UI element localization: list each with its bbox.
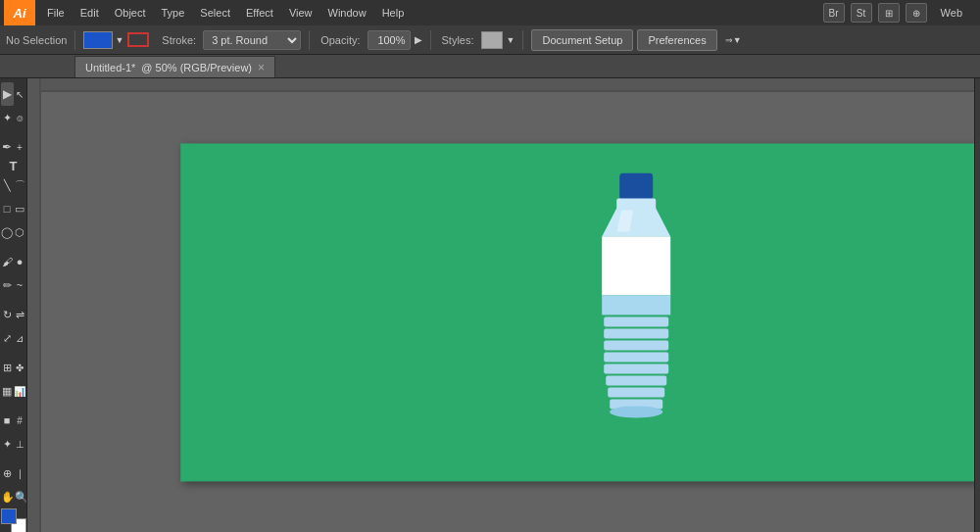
type-tool[interactable]: T	[1, 159, 26, 173]
puppet-warp-tool[interactable]: ✤	[14, 356, 26, 379]
stroke-indicator[interactable]	[127, 31, 153, 49]
ruler-h-svg	[27, 78, 974, 92]
data-tool[interactable]: 📊	[14, 379, 26, 403]
svg-rect-2	[27, 78, 41, 532]
stock-icon[interactable]: St	[851, 3, 872, 23]
sync-icon[interactable]: ⊕	[906, 3, 927, 23]
separator-3	[430, 30, 431, 50]
lasso-tool[interactable]: ⌾	[14, 106, 26, 129]
menu-help[interactable]: Help	[374, 0, 413, 25]
magic-wand-tool[interactable]: ✦	[1, 106, 14, 129]
scale-tool[interactable]: ⤢	[1, 326, 14, 350]
bottle-rib-3	[604, 340, 668, 350]
menu-effect[interactable]: Effect	[238, 0, 281, 25]
preferences-button[interactable]: Preferences	[637, 29, 716, 51]
grid-icon[interactable]: ⊞	[878, 3, 900, 23]
separator-1	[74, 30, 75, 50]
bottle-body-upper	[602, 295, 670, 314]
menu-file[interactable]: File	[39, 0, 73, 25]
canvas-area[interactable]	[27, 78, 974, 532]
bottle	[592, 172, 680, 457]
menu-window[interactable]: Window	[320, 0, 374, 25]
shear-tool[interactable]: ⊿	[14, 326, 26, 350]
main-layout: ▶ ↖ ✦ ⌾ ✒ + T ╲ ⌒ □ ▭ ◯ ⬡ 🖌 ● ✏	[0, 78, 980, 532]
color-swatches	[1, 508, 26, 532]
menu-bar: Ai File Edit Object Type Select Effect V…	[0, 0, 980, 25]
styles-swatch[interactable]	[481, 31, 503, 49]
bottle-shoulder	[602, 208, 670, 236]
menu-object[interactable]: Object	[107, 0, 154, 25]
bottle-rib-1	[604, 316, 668, 326]
stroke-label: Stroke:	[159, 34, 199, 46]
paintbrush-tool[interactable]: 🖌	[1, 250, 14, 273]
smooth-tool[interactable]: ~	[14, 273, 26, 297]
arc-tool[interactable]: ⌒	[14, 173, 26, 197]
rounded-rect-tool[interactable]: ▭	[14, 197, 26, 220]
menu-edit[interactable]: Edit	[73, 0, 107, 25]
pen-tool[interactable]: ✒	[1, 135, 14, 159]
menu-type[interactable]: Type	[154, 0, 193, 25]
add-anchor-tool[interactable]: +	[14, 135, 26, 159]
bridge-icon[interactable]: Br	[823, 3, 845, 23]
fill-swatch-wrapper[interactable]: ▼	[83, 31, 123, 49]
tab-title: Untitled-1*	[85, 62, 135, 73]
tab-bar: Untitled-1* @ 50% (RGB/Preview) ×	[0, 55, 980, 78]
fill-color-swatch[interactable]	[83, 31, 113, 49]
styles-arrow[interactable]: ▼	[507, 35, 515, 45]
direct-selection-tool[interactable]: ↖	[14, 82, 26, 106]
separator-4	[522, 30, 523, 50]
menu-view[interactable]: View	[281, 0, 320, 25]
opacity-label: Opacity:	[318, 34, 363, 46]
app-logo: Ai	[4, 0, 35, 25]
mesh-tool[interactable]: #	[14, 409, 26, 432]
opacity-input[interactable]	[368, 30, 411, 50]
rect-tool[interactable]: □	[1, 197, 14, 220]
symbol-tool[interactable]: ⊕	[1, 461, 14, 485]
stroke-width-select[interactable]: 3 pt. Round	[203, 30, 301, 50]
artboard	[180, 143, 974, 481]
bottle-rib-6	[606, 375, 666, 385]
web-link[interactable]: Web	[933, 0, 970, 25]
bottle-label-highlight	[606, 239, 617, 292]
polygon-tool[interactable]: ⬡	[14, 220, 26, 244]
hand-tool[interactable]: ✋	[1, 485, 15, 508]
styles-label: Styles:	[439, 34, 477, 46]
right-panel	[974, 78, 980, 532]
line-tool[interactable]: ╲	[1, 173, 14, 197]
ruler-vertical	[27, 78, 41, 532]
selection-tool[interactable]: ▶	[1, 82, 14, 106]
blob-tool[interactable]: ●	[14, 250, 26, 273]
reflect-tool[interactable]: ⇌	[14, 303, 26, 326]
bottle-rib-2	[604, 328, 668, 338]
separator-2	[309, 30, 310, 50]
left-toolbar: ▶ ↖ ✦ ⌾ ✒ + T ╲ ⌒ □ ▭ ◯ ⬡ 🖌 ● ✏	[0, 78, 27, 532]
bottle-rib-7	[608, 387, 664, 397]
tab-close-button[interactable]: ×	[258, 61, 265, 74]
bottle-bottom-ellipse	[610, 406, 662, 417]
bottle-rib-4	[604, 352, 668, 362]
chart-tool[interactable]: ▦	[1, 379, 14, 403]
align-icon[interactable]: ⇒▼	[725, 35, 742, 45]
zoom-tool[interactable]: 🔍	[15, 485, 28, 508]
bottle-svg	[592, 172, 680, 447]
menu-select[interactable]: Select	[192, 0, 238, 25]
fg-color-swatch[interactable]	[1, 508, 17, 524]
column-graph-tool[interactable]: ∣	[14, 461, 26, 485]
no-selection-label: No Selection	[6, 34, 67, 46]
ruler-horizontal	[27, 78, 974, 92]
options-bar: No Selection ▼ Stroke: 3 pt. Round Opaci…	[0, 25, 980, 55]
ellipse-tool[interactable]: ◯	[1, 220, 14, 244]
rotate-tool[interactable]: ↻	[1, 303, 14, 326]
measure-tool[interactable]: ⊥	[14, 432, 26, 456]
free-transform-tool[interactable]: ⊞	[1, 356, 14, 379]
svg-rect-0	[27, 78, 974, 92]
document-setup-button[interactable]: Document Setup	[531, 29, 633, 51]
gradient-tool[interactable]: ■	[1, 409, 14, 432]
eyedropper-tool[interactable]: ✦	[1, 432, 14, 456]
opacity-arrow[interactable]: ▶	[415, 34, 422, 45]
document-tab[interactable]: Untitled-1* @ 50% (RGB/Preview) ×	[74, 56, 275, 77]
bottle-cap	[619, 172, 653, 200]
stroke-box	[127, 32, 149, 47]
fg-bg-swatch[interactable]	[1, 508, 26, 532]
pencil-tool[interactable]: ✏	[1, 273, 14, 297]
